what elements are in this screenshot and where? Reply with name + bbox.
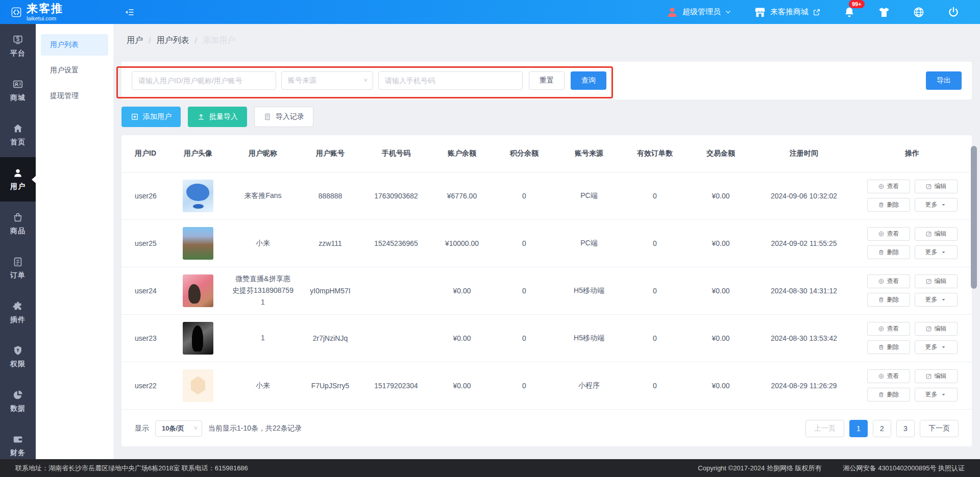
more-button[interactable]: 更多 bbox=[915, 340, 958, 354]
sidebar-item-label: 首页 bbox=[10, 138, 26, 147]
pagination-left: 显示 10条/页 ˅ 当前显示1-10条，共22条记录 bbox=[135, 420, 302, 437]
footer-right: Copyright ©2017-2024 拾捌网络 版权所有 湘公网安备 430… bbox=[698, 464, 965, 473]
footer-address: 联系地址：湖南省长沙市岳麓区绿地中央广场6栋2018室 联系电话：6159816… bbox=[15, 464, 248, 473]
breadcrumb-item[interactable]: 用户 bbox=[127, 35, 143, 46]
cell-actions: 查看编辑删除更多 bbox=[852, 219, 972, 267]
admin-role-label: 超级管理员 bbox=[682, 7, 721, 17]
sidebar-item-goods[interactable]: 商品 bbox=[0, 202, 36, 246]
goods-icon bbox=[12, 212, 23, 223]
admin-menu[interactable]: 超级管理员 bbox=[666, 6, 731, 18]
sidebar-item-label: 插件 bbox=[10, 315, 26, 324]
more-button[interactable]: 更多 bbox=[915, 245, 958, 259]
prev-page-button[interactable]: 上一页 bbox=[805, 420, 844, 437]
page-button-1[interactable]: 1 bbox=[849, 420, 868, 437]
theme-button[interactable] bbox=[878, 6, 890, 18]
mall-link[interactable]: 来客推商城 bbox=[754, 6, 821, 18]
delete-button[interactable]: 删除 bbox=[867, 293, 910, 307]
search-button[interactable]: 查询 bbox=[571, 71, 606, 90]
view-button[interactable]: 查看 bbox=[867, 322, 910, 336]
nickname-text: 微赞直播&拼享惠史提芬13189087591 bbox=[232, 273, 293, 308]
nickname-text: 1 bbox=[232, 332, 293, 344]
plugin-icon bbox=[12, 300, 23, 312]
delete-button[interactable]: 删除 bbox=[867, 198, 910, 212]
view-button-label: 查看 bbox=[887, 230, 899, 238]
chevron-down-icon bbox=[725, 9, 731, 15]
caret-down-icon bbox=[940, 344, 947, 350]
breadcrumb-item[interactable]: 用户列表 bbox=[156, 35, 189, 46]
delete-button-label: 删除 bbox=[887, 343, 899, 352]
cell-avatar bbox=[168, 314, 228, 362]
view-button-label: 查看 bbox=[887, 277, 899, 286]
more-button[interactable]: 更多 bbox=[915, 388, 958, 401]
brand-logo-icon bbox=[11, 7, 21, 17]
delete-button[interactable]: 删除 bbox=[867, 340, 910, 354]
page-button-3[interactable]: 3 bbox=[896, 420, 915, 437]
breadcrumb-item: 添加用户 bbox=[203, 35, 235, 46]
submenu-item-withdraw[interactable]: 提现管理 bbox=[41, 85, 108, 107]
cell-balance: ¥0.00 bbox=[430, 267, 494, 314]
cell-date: 2024-09-02 11:55:25 bbox=[755, 219, 852, 267]
edit-button[interactable]: 编辑 bbox=[915, 227, 958, 241]
more-button[interactable]: 更多 bbox=[915, 198, 958, 212]
reset-button[interactable]: 重置 bbox=[529, 71, 565, 90]
export-button[interactable]: 导出 bbox=[926, 71, 962, 90]
column-header-points: 积分余额 bbox=[494, 135, 554, 172]
view-button[interactable]: 查看 bbox=[867, 369, 910, 383]
view-button[interactable]: 查看 bbox=[867, 274, 910, 288]
more-button-label: 更多 bbox=[925, 343, 938, 352]
submenu-list: 用户列表用户设置提现管理 bbox=[36, 24, 113, 459]
next-page-button[interactable]: 下一页 bbox=[920, 420, 959, 437]
cell-account: 888888 bbox=[298, 172, 362, 219]
icon-rail: 平台商城首页用户商品订单插件权限数据财务 bbox=[0, 24, 36, 459]
sidebar-item-plugin[interactable]: 插件 bbox=[0, 290, 36, 335]
scrollbar-thumb[interactable] bbox=[971, 146, 977, 289]
mall-icon bbox=[12, 79, 23, 90]
sidebar-item-finance[interactable]: 财务 bbox=[0, 423, 36, 459]
brand-text: 来客推 laiketui.com bbox=[27, 3, 63, 21]
delete-button-label: 删除 bbox=[887, 390, 899, 399]
edit-button[interactable]: 编辑 bbox=[915, 180, 958, 193]
trash-icon bbox=[878, 344, 885, 350]
language-button[interactable] bbox=[913, 6, 925, 18]
batch-import-button[interactable]: 批量导入 bbox=[188, 107, 247, 127]
sidebar-item-home[interactable]: 首页 bbox=[0, 113, 36, 157]
sidebar-item-data[interactable]: 数据 bbox=[0, 379, 36, 423]
cell-source: PC端 bbox=[554, 219, 624, 267]
import-records-button[interactable]: 导入记录 bbox=[254, 107, 313, 127]
add-user-button[interactable]: 添加用户 bbox=[121, 107, 181, 127]
sidebar-item-permission[interactable]: 权限 bbox=[0, 335, 36, 379]
notifications-button[interactable]: 99+ bbox=[843, 6, 855, 18]
account-source-select[interactable]: 账号来源 ˅ bbox=[281, 71, 373, 90]
submenu-item-user-settings[interactable]: 用户设置 bbox=[41, 60, 108, 81]
cell-orders: 0 bbox=[624, 219, 686, 267]
cell-orders: 0 bbox=[624, 314, 686, 362]
edit-button[interactable]: 编辑 bbox=[915, 274, 958, 288]
page-button-2[interactable]: 2 bbox=[873, 420, 891, 437]
user-icon bbox=[12, 167, 23, 179]
phone-input[interactable] bbox=[378, 71, 523, 90]
view-button[interactable]: 查看 bbox=[867, 180, 910, 193]
logout-button[interactable] bbox=[947, 6, 960, 18]
delete-button[interactable]: 删除 bbox=[867, 245, 910, 259]
sidebar-item-order[interactable]: 订单 bbox=[0, 246, 36, 290]
edit-button[interactable]: 编辑 bbox=[915, 322, 958, 336]
sidebar-collapse-icon[interactable] bbox=[125, 7, 135, 17]
permission-icon bbox=[12, 345, 23, 356]
upload-icon bbox=[197, 113, 205, 121]
table-row: user24微赞直播&拼享惠史提芬13189087591yI0mpHM57I¥0… bbox=[121, 267, 972, 314]
sidebar-item-mall[interactable]: 商城 bbox=[0, 68, 36, 113]
view-button[interactable]: 查看 bbox=[867, 227, 910, 241]
table-body: user26来客推Fans88888817630903682¥6776.000P… bbox=[121, 172, 972, 409]
sidebar-item-user[interactable]: 用户 bbox=[0, 157, 36, 202]
delete-button[interactable]: 删除 bbox=[867, 388, 910, 401]
more-button[interactable]: 更多 bbox=[915, 293, 958, 307]
keyword-input[interactable] bbox=[132, 71, 276, 90]
sidebar-item-platform[interactable]: 平台 bbox=[0, 24, 36, 68]
import-records-label: 导入记录 bbox=[276, 112, 304, 121]
page-size-select[interactable]: 10条/页 ˅ bbox=[155, 420, 202, 437]
notification-badge: 99+ bbox=[849, 0, 865, 8]
edit-button[interactable]: 编辑 bbox=[915, 369, 958, 383]
submenu-item-user-list[interactable]: 用户列表 bbox=[41, 34, 108, 56]
edit-button-label: 编辑 bbox=[935, 324, 947, 333]
cell-id: user23 bbox=[121, 314, 168, 362]
